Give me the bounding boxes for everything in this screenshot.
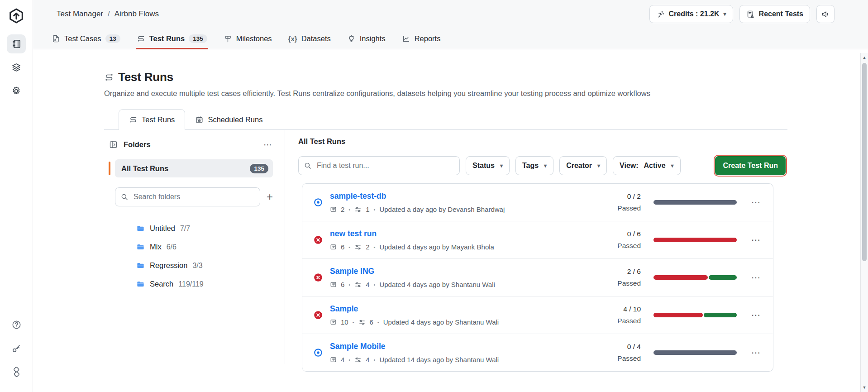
row-menu-button[interactable]: ⋯ <box>749 238 764 242</box>
tags-filter-dropdown[interactable]: Tags ▾ <box>515 156 553 175</box>
configurations-count-icon <box>354 356 362 363</box>
folder-count-badge: 135 <box>250 164 268 173</box>
pass-fail-bar <box>653 238 737 242</box>
test-cases-count-icon <box>330 244 337 250</box>
folder-icon <box>136 280 145 288</box>
test-runs-list: sample-test-db 2 • 1 <box>302 183 773 372</box>
configurations-count: 6 <box>370 318 373 326</box>
recent-tests-button[interactable]: Recent Tests <box>739 5 810 23</box>
top-bar: Test Manager / Airbnb Flows Credits : 21… <box>33 0 868 28</box>
pass-ratio: 4 / 10 <box>597 305 641 313</box>
folders-panel-title: Folders <box>124 140 258 149</box>
row-menu-button[interactable]: ⋯ <box>749 350 764 355</box>
row-menu-button[interactable]: ⋯ <box>749 275 764 280</box>
row-menu-button[interactable]: ⋯ <box>749 200 764 205</box>
folders-panel: Folders ⋯ All Test Runs 135 <box>104 130 285 364</box>
view-filter-dropdown[interactable]: View: Active ▾ <box>613 156 681 175</box>
test-run-row: new test run 6 • 2 <box>302 221 773 259</box>
chevron-down-icon: ▾ <box>544 163 547 169</box>
subtab-scheduled-runs[interactable]: Scheduled Runs <box>185 109 272 130</box>
tab-test-runs[interactable]: Test Runs 135 <box>137 28 207 49</box>
run-name-link[interactable]: new test run <box>330 229 377 239</box>
vertical-scrollbar[interactable]: ▲ ▼ <box>860 53 868 392</box>
folder-item-search[interactable]: Search 119/119 <box>109 275 273 293</box>
nav-settings-gear-icon[interactable] <box>7 81 26 100</box>
reports-icon <box>402 34 410 43</box>
tab-label: Reports <box>415 34 441 43</box>
passed-label: Passed <box>597 317 641 325</box>
run-name-link[interactable]: Sample ING <box>330 267 374 276</box>
collapse-panel-icon[interactable] <box>109 140 118 149</box>
folder-item-mix[interactable]: Mix 6/6 <box>109 238 273 256</box>
tab-reports[interactable]: Reports <box>402 28 441 49</box>
pass-ratio-block: 2 / 6 Passed <box>597 268 641 287</box>
tab-label: Datasets <box>301 34 331 43</box>
configurations-count: 4 <box>366 356 369 363</box>
filter-row: Status ▾ Tags ▾ Creator ▾ View: Active <box>298 156 787 175</box>
credits-button[interactable]: Credits : 21.2K ▾ <box>649 5 733 23</box>
page-description: Organize and execute multiple test cases… <box>104 89 868 98</box>
app-logo-icon[interactable] <box>8 7 25 24</box>
run-name-link[interactable]: Sample Mobile <box>330 342 386 351</box>
tab-datasets[interactable]: {x} Datasets <box>288 28 331 49</box>
secondary-tabs: Test Runs Scheduled Runs <box>104 109 787 130</box>
integrations-icon[interactable] <box>7 362 26 381</box>
folder-name: Search <box>150 280 173 288</box>
subtab-test-runs[interactable]: Test Runs <box>119 109 185 130</box>
test-run-row: Sample 10 • 6 • <box>302 296 773 334</box>
tab-milestones[interactable]: Milestones <box>224 28 272 49</box>
folder-item-untitled[interactable]: Untitled 7/7 <box>109 219 273 238</box>
test-runs-icon <box>137 34 145 43</box>
run-name-link[interactable]: sample-test-db <box>330 191 386 201</box>
add-folder-button[interactable]: + <box>267 191 273 202</box>
api-key-icon[interactable] <box>7 339 26 358</box>
scroll-up-icon[interactable]: ▲ <box>861 54 868 61</box>
help-icon[interactable] <box>7 315 26 334</box>
configurations-count-icon <box>354 281 362 288</box>
row-menu-button[interactable]: ⋯ <box>749 313 764 317</box>
datasets-icon: {x} <box>288 35 297 43</box>
run-search <box>298 156 460 175</box>
tab-insights[interactable]: Insights <box>347 28 386 49</box>
folders-menu-button[interactable]: ⋯ <box>263 143 273 147</box>
calendar-clock-icon <box>195 115 204 124</box>
dot-separator: • <box>374 282 376 287</box>
folder-search-input[interactable] <box>115 187 260 206</box>
nav-layers-icon[interactable] <box>7 58 26 77</box>
scrollbar-thumb[interactable] <box>862 63 867 261</box>
breadcrumb-separator: / <box>108 10 110 19</box>
run-search-input[interactable] <box>298 156 460 175</box>
tab-test-cases[interactable]: Test Cases 13 <box>52 28 120 49</box>
view-label: View: <box>620 162 639 170</box>
content: Test Runs Organize and execute multiple … <box>33 49 868 392</box>
dot-separator: • <box>374 207 376 212</box>
user-avatar[interactable] <box>841 5 858 23</box>
main-area: Test Manager / Airbnb Flows Credits : 21… <box>33 0 868 392</box>
megaphone-icon <box>821 10 830 19</box>
breadcrumb-root[interactable]: Test Manager <box>57 10 103 19</box>
pass-ratio: 0 / 4 <box>597 343 641 351</box>
test-cases-count: 10 <box>341 318 348 326</box>
active-folder-accent-bar <box>109 162 110 175</box>
scroll-down-icon[interactable]: ▼ <box>861 384 868 391</box>
creator-filter-dropdown[interactable]: Creator ▾ <box>559 156 607 175</box>
configurations-count: 2 <box>366 243 369 251</box>
folder-icon <box>136 261 145 270</box>
tags-filter-label: Tags <box>522 162 539 170</box>
nav-test-manager-icon[interactable] <box>7 34 26 53</box>
folder-all-test-runs[interactable]: All Test Runs 135 <box>115 159 273 177</box>
dot-separator: • <box>348 207 350 212</box>
dot-separator: • <box>374 244 376 250</box>
test-cases-count-icon <box>330 356 337 363</box>
status-filter-dropdown[interactable]: Status ▾ <box>466 156 510 175</box>
create-test-run-button[interactable]: Create Test Run <box>715 156 786 175</box>
announcements-button[interactable] <box>816 5 835 23</box>
test-cases-icon <box>52 34 60 43</box>
folder-item-regression[interactable]: Regression 3/3 <box>109 256 273 275</box>
pass-fail-bar <box>653 313 737 317</box>
test-cases-count: 4 <box>341 356 344 363</box>
recent-tests-label: Recent Tests <box>759 10 803 18</box>
run-updated-text: Updated 4 days ago by Mayank Bhola <box>379 243 494 251</box>
chevron-down-icon: ▾ <box>500 163 503 169</box>
run-name-link[interactable]: Sample <box>330 304 358 314</box>
